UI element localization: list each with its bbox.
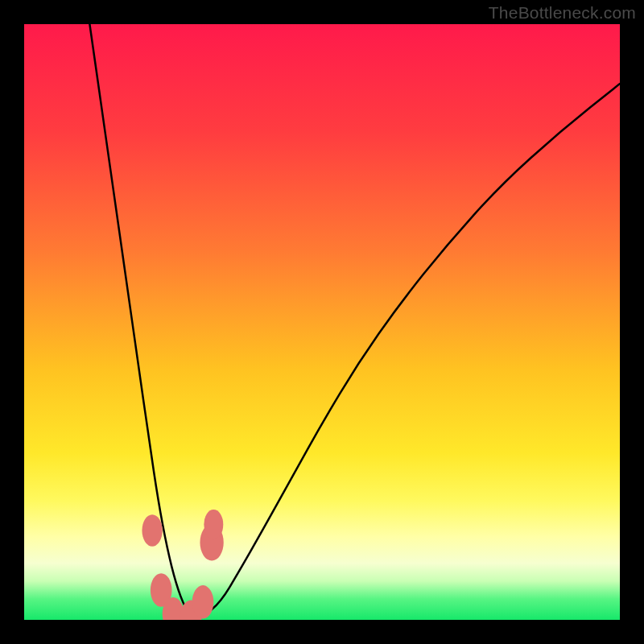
curve-marker: [192, 585, 214, 618]
curve-layer: [24, 24, 620, 620]
chart-frame: TheBottleneck.com: [0, 0, 644, 644]
plot-area: [24, 24, 620, 620]
bottleneck-curve: [89, 24, 620, 619]
curve-marker: [142, 514, 162, 546]
curve-marker: [204, 510, 223, 539]
watermark-text: TheBottleneck.com: [489, 3, 636, 23]
